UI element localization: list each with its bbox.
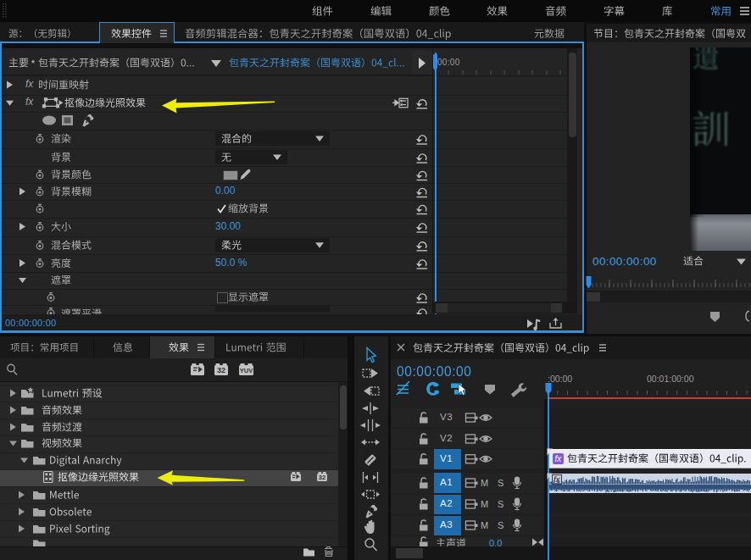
svg-text:YUV: YUV [240,367,253,374]
svg-text:32: 32 [217,366,225,374]
svg-text:32: 32 [319,474,325,481]
